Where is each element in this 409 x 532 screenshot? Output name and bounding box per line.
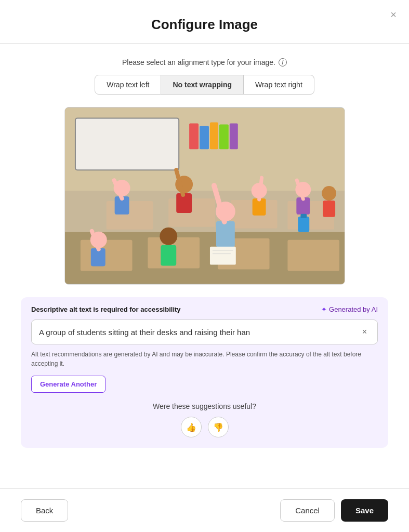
- svg-rect-44: [300, 214, 307, 218]
- clear-alt-text-button[interactable]: ×: [359, 326, 370, 338]
- svg-rect-3: [75, 118, 178, 170]
- svg-rect-10: [106, 201, 153, 230]
- modal-header: Configure Image: [0, 0, 409, 44]
- classroom-image: [65, 108, 345, 284]
- svg-rect-9: [229, 124, 238, 150]
- save-button[interactable]: Save: [341, 499, 388, 522]
- modal-body: Please select an alignment type for your…: [0, 44, 409, 488]
- svg-rect-5: [189, 124, 199, 150]
- suggestions-section: Were these suggestions useful? 👍 👎: [31, 402, 378, 437]
- alt-text-disclaimer: Alt text recommendations are generated b…: [31, 350, 378, 368]
- thumbs-up-button[interactable]: 👍: [181, 417, 202, 437]
- svg-rect-6: [200, 126, 209, 150]
- wrap-text-left-button[interactable]: Wrap text left: [95, 75, 161, 95]
- close-button[interactable]: ×: [390, 9, 397, 20]
- svg-point-38: [160, 228, 177, 245]
- svg-rect-40: [209, 247, 235, 265]
- wrap-text-right-button[interactable]: Wrap text right: [244, 75, 314, 95]
- modal-footer: Back Cancel Save: [0, 488, 409, 532]
- ai-badge: ✦ Generated by AI: [321, 305, 378, 313]
- svg-rect-17: [287, 240, 339, 271]
- thumbs-down-button[interactable]: 👎: [208, 417, 229, 437]
- alt-text-header: Descriptive alt text is required for acc…: [31, 305, 378, 313]
- image-preview-container: [64, 107, 345, 285]
- generate-another-button[interactable]: Generate Another: [31, 376, 105, 393]
- svg-point-33: [322, 186, 336, 201]
- svg-rect-43: [298, 217, 309, 232]
- svg-rect-8: [219, 125, 228, 150]
- alt-text-input-wrapper: ×: [31, 320, 378, 344]
- modal-title: Configure Image: [21, 17, 388, 33]
- modal-container: × Configure Image Please select an align…: [0, 0, 409, 532]
- cancel-button[interactable]: Cancel: [280, 499, 335, 522]
- svg-rect-34: [323, 201, 335, 217]
- alignment-instruction: Please select an alignment type for your…: [21, 58, 388, 66]
- feedback-buttons-group: 👍 👎: [31, 417, 378, 437]
- suggestions-label: Were these suggestions useful?: [31, 402, 378, 410]
- alt-text-label: Descriptive alt text is required for acc…: [31, 305, 181, 313]
- svg-rect-25: [216, 221, 234, 247]
- alignment-buttons-group: Wrap text left No text wrapping Wrap tex…: [21, 75, 388, 95]
- svg-rect-14: [80, 240, 132, 271]
- alt-text-section: Descriptive alt text is required for acc…: [21, 297, 388, 448]
- no-text-wrapping-button[interactable]: No text wrapping: [161, 75, 244, 95]
- sparkle-icon: ✦: [321, 305, 327, 313]
- svg-rect-7: [209, 123, 218, 150]
- footer-right-buttons: Cancel Save: [280, 499, 388, 522]
- info-icon[interactable]: i: [279, 58, 287, 66]
- svg-rect-39: [161, 245, 176, 266]
- back-button[interactable]: Back: [21, 499, 68, 522]
- svg-line-37: [259, 178, 261, 200]
- alt-text-input[interactable]: [39, 328, 355, 337]
